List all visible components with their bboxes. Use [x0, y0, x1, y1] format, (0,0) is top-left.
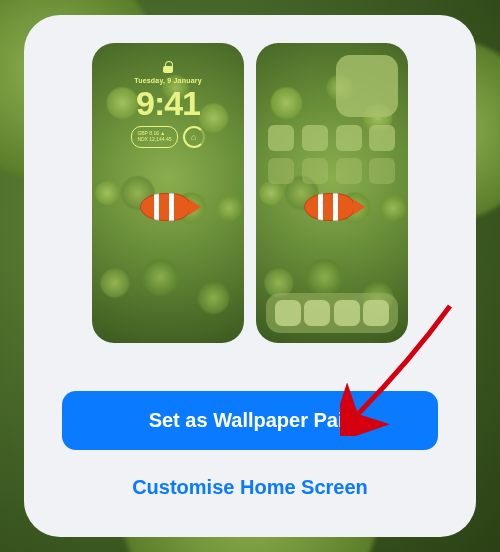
app-icon-placeholder: [369, 125, 395, 151]
lockscreen-time: 9:41: [92, 86, 244, 120]
dock-icon-placeholder: [334, 300, 360, 326]
app-icon-placeholder: [268, 158, 294, 184]
dock: [266, 293, 398, 333]
app-icon-grid: [266, 125, 398, 184]
app-icon-placeholder: [369, 158, 395, 184]
app-icon-placeholder: [302, 158, 328, 184]
lockscreen-preview: Tuesday, 9 January 9:41 GBP 8.16 ▲ NDX 1…: [92, 43, 244, 343]
dock-icon-placeholder: [304, 300, 330, 326]
wallpaper-set-modal: Tuesday, 9 January 9:41 GBP 8.16 ▲ NDX 1…: [24, 15, 476, 537]
homescreen-preview: [256, 43, 408, 343]
customise-home-screen-button[interactable]: Customise Home Screen: [132, 476, 368, 499]
activity-widget: ⌂: [183, 126, 205, 148]
home-widget-placeholder: [336, 55, 398, 117]
app-icon-placeholder: [302, 125, 328, 151]
lockscreen-date: Tuesday, 9 January: [92, 77, 244, 84]
lock-icon: [163, 61, 173, 73]
app-icon-placeholder: [268, 125, 294, 151]
dock-icon-placeholder: [275, 300, 301, 326]
set-wallpaper-pair-button[interactable]: Set as Wallpaper Pair: [62, 391, 438, 450]
wallpaper-previews: Tuesday, 9 January 9:41 GBP 8.16 ▲ NDX 1…: [92, 43, 408, 343]
app-icon-placeholder: [336, 158, 362, 184]
stock-widget: GBP 8.16 ▲ NDX 12,144.45: [131, 126, 177, 148]
dock-icon-placeholder: [363, 300, 389, 326]
app-icon-placeholder: [336, 125, 362, 151]
